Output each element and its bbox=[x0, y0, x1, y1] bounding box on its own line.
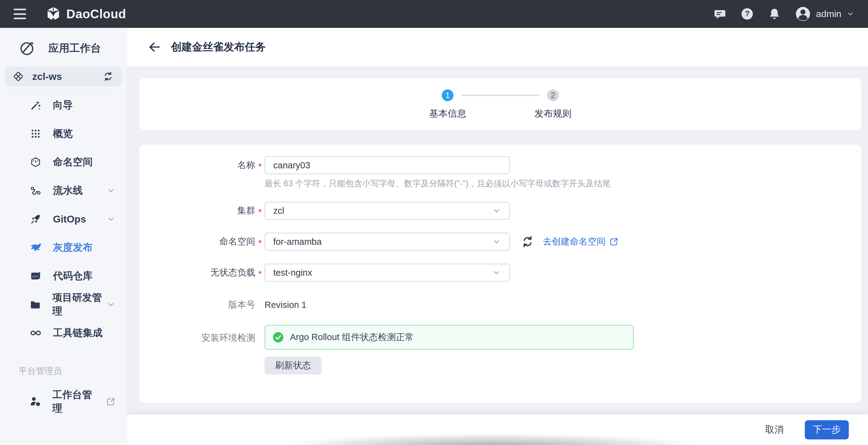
sidebar-item-gitops[interactable]: GitOps bbox=[0, 205, 127, 233]
namespace-select[interactable]: for-amamba bbox=[265, 233, 510, 251]
sidebar-item-wizard[interactable]: 向导 bbox=[0, 91, 127, 119]
person-cube-icon bbox=[29, 396, 41, 408]
sidebar-item-label: 工具链集成 bbox=[53, 326, 102, 340]
menu-toggle-icon[interactable] bbox=[13, 9, 27, 19]
svg-text:?: ? bbox=[745, 9, 750, 18]
switch-workspace-icon[interactable] bbox=[102, 70, 114, 82]
chevron-down-icon bbox=[106, 214, 116, 224]
create-namespace-link[interactable]: 去创建命名空间 bbox=[543, 236, 619, 248]
code-repo-icon: </> bbox=[29, 270, 42, 282]
workload-label: 无状态负载 bbox=[150, 267, 255, 279]
sidebar-item-toolchain[interactable]: 工具链集成 bbox=[0, 319, 127, 347]
workload-value: test-nginx bbox=[273, 268, 492, 278]
pipeline-icon bbox=[29, 185, 42, 197]
sidebar-item-label: 向导 bbox=[53, 98, 73, 112]
workspace-name: zcl-ws bbox=[32, 71, 62, 82]
bottom-shadow bbox=[276, 433, 709, 445]
sidebar-item-workbench-admin[interactable]: 工作台管理 bbox=[0, 387, 127, 416]
bird-icon bbox=[29, 241, 42, 254]
required-asterisk: * bbox=[255, 266, 265, 279]
page-header: 创建金丝雀发布任务 bbox=[127, 28, 868, 66]
sidebar-item-label: GitOps bbox=[53, 213, 86, 225]
create-namespace-link-label: 去创建命名空间 bbox=[543, 236, 606, 248]
workload-select[interactable]: test-nginx bbox=[265, 264, 510, 282]
name-help-text: 最长 63 个字符，只能包含小写字母、数字及分隔符("-")，且必须以小写字母或… bbox=[265, 178, 611, 189]
sidebar-item-namespace[interactable]: 命名空间 bbox=[0, 148, 127, 176]
divider bbox=[6, 90, 117, 90]
rocket-icon bbox=[29, 213, 42, 225]
revision-label: 版本号 bbox=[150, 299, 255, 311]
sidebar-item-canary-release[interactable]: 灰度发布 bbox=[0, 233, 127, 262]
app-window: DaoCloud ? bbox=[0, 0, 868, 445]
name-input[interactable] bbox=[265, 156, 510, 174]
workspace-icon bbox=[12, 71, 24, 82]
sidebar-item-pipeline[interactable]: 流水线 bbox=[0, 176, 127, 205]
form-card: 名称 * 最长 63 个字符，只能包含小写字母、数字及分隔符("-")，且必须以… bbox=[140, 144, 861, 403]
namespace-value: for-amamba bbox=[273, 237, 492, 247]
sidebar-item-label: 概览 bbox=[53, 127, 73, 140]
chevron-down-icon bbox=[846, 10, 855, 18]
env-check-status-box: Argo Rollout 组件状态检测正常 bbox=[265, 325, 634, 350]
env-check-label: 安装环境检测 bbox=[150, 325, 255, 344]
refresh-status-button[interactable]: 刷新状态 bbox=[265, 356, 321, 374]
sidebar-item-label: 代码仓库 bbox=[53, 269, 93, 283]
main-content: 创建金丝雀发布任务 1 2 基本信息 发布规则 名称 * 最长 63 个字符，只… bbox=[127, 28, 868, 445]
check-circle-icon bbox=[272, 331, 284, 343]
sidebar-item-label: 项目研发管理 bbox=[52, 291, 106, 318]
namespace-label: 命名空间 bbox=[150, 236, 255, 248]
steps-card: 1 2 基本信息 发布规则 bbox=[140, 78, 861, 130]
sidebar-item-code-repo[interactable]: </> 代码仓库 bbox=[0, 262, 127, 290]
sidebar-menu: 向导 概览 命名空间 bbox=[0, 91, 127, 347]
back-arrow-icon[interactable] bbox=[147, 39, 162, 55]
page-title: 创建金丝雀发布任务 bbox=[171, 40, 266, 54]
cluster-select[interactable]: zcl bbox=[265, 202, 510, 220]
grid-dots-icon bbox=[29, 129, 42, 139]
cluster-value: zcl bbox=[273, 206, 492, 216]
avatar bbox=[795, 6, 811, 22]
cluster-row: 集群 * zcl bbox=[150, 202, 849, 220]
infinity-icon bbox=[29, 327, 42, 339]
sidebar-item-overview[interactable]: 概览 bbox=[0, 119, 127, 148]
topbar-actions: ? admin bbox=[713, 6, 855, 22]
next-step-button[interactable]: 下一步 bbox=[805, 420, 849, 439]
wand-icon bbox=[29, 100, 42, 111]
sidebar-item-label: 工作台管理 bbox=[52, 388, 100, 415]
required-asterisk: * bbox=[255, 235, 265, 248]
step-connector bbox=[462, 95, 539, 96]
step-1-label: 基本信息 bbox=[417, 107, 478, 120]
chevron-down-icon bbox=[106, 186, 116, 195]
name-label: 名称 bbox=[150, 159, 255, 171]
brand-name: DaoCloud bbox=[66, 7, 126, 21]
sidebar-item-label: 命名空间 bbox=[53, 156, 93, 169]
cube-icon bbox=[29, 156, 42, 168]
workspace-header: 应用工作台 bbox=[19, 40, 101, 57]
folder-icon bbox=[29, 299, 41, 310]
notification-bell-icon[interactable] bbox=[768, 7, 781, 21]
chevron-down-icon bbox=[492, 206, 501, 215]
external-link-icon bbox=[609, 237, 619, 246]
message-icon[interactable] bbox=[713, 7, 727, 21]
sidebar-item-project-mgmt[interactable]: 项目研发管理 bbox=[0, 290, 127, 319]
required-asterisk: * bbox=[255, 159, 265, 172]
revision-value: Revision 1 bbox=[265, 300, 306, 310]
step-indicator: 1 2 基本信息 发布规则 bbox=[392, 87, 609, 127]
help-icon[interactable]: ? bbox=[740, 7, 754, 21]
step-2-label: 发布规则 bbox=[522, 107, 584, 120]
sidebar: 应用工作台 zcl-ws bbox=[0, 28, 127, 445]
user-name: admin bbox=[816, 9, 841, 19]
workload-row: 无状态负载 * test-nginx bbox=[150, 264, 849, 282]
chevron-down-icon bbox=[106, 300, 116, 309]
env-check-message: Argo Rollout 组件状态检测正常 bbox=[290, 331, 414, 343]
daocloud-logo-icon bbox=[45, 6, 61, 22]
user-menu[interactable]: admin bbox=[795, 6, 855, 22]
svg-text:</>: </> bbox=[32, 275, 38, 278]
name-row: 名称 * bbox=[150, 156, 849, 174]
divider bbox=[6, 358, 117, 359]
sidebar-item-label: 灰度发布 bbox=[53, 241, 93, 254]
workspace-selector[interactable]: zcl-ws bbox=[5, 67, 122, 86]
chevron-down-icon bbox=[492, 268, 501, 277]
cancel-button[interactable]: 取消 bbox=[761, 420, 788, 439]
env-check-row: 安装环境检测 * Argo Rollout 组件状态检测正常 bbox=[150, 325, 849, 350]
brand[interactable]: DaoCloud bbox=[45, 6, 126, 22]
refresh-namespaces-icon[interactable] bbox=[520, 235, 535, 249]
